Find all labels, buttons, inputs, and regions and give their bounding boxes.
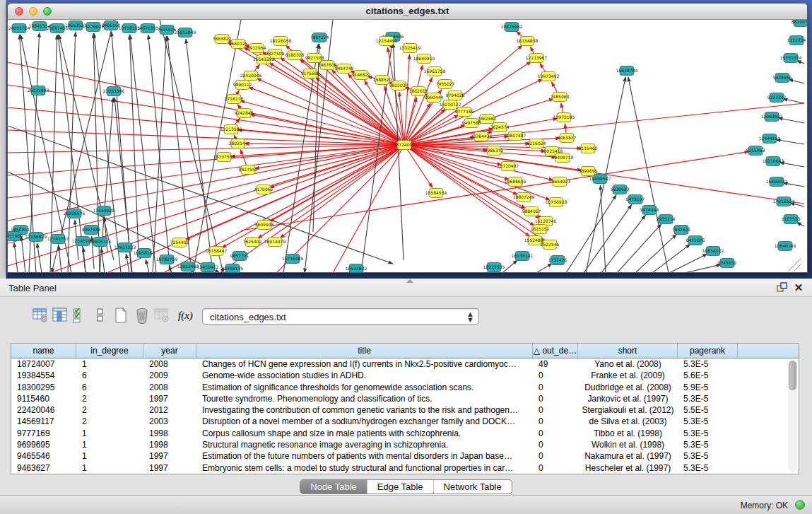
graph-node[interactable]: 7485063 [551,93,570,102]
graph-node[interactable]: 19495718 [552,153,574,163]
graph-node[interactable]: 8990444 [425,93,444,103]
graph-node[interactable]: 16758447 [206,247,228,256]
graph-node[interactable]: 9115460 [579,144,598,153]
graph-node[interactable]: 8466160 [102,21,121,30]
resize-grip-icon[interactable] [794,264,801,271]
graph-node[interactable]: 7625402 [243,238,262,247]
graph-node[interactable]: 1733426 [548,256,567,265]
select-columns-icon[interactable] [51,305,69,327]
resize-grip-icon[interactable] [788,259,801,271]
graph-node[interactable]: 18640910 [413,54,435,64]
graph-node[interactable]: 19654923 [549,177,571,187]
graph-node[interactable]: 10756928 [546,198,567,207]
graph-node[interactable]: 1112734 [787,36,806,45]
graph-node[interactable]: 6479197 [626,195,645,204]
column-header-2[interactable]: year [143,344,196,358]
table-row[interactable]: 977716911998Corpus callosum shape and si… [11,428,799,439]
graph-node[interactable]: 15692021 [766,177,788,187]
graph-node[interactable]: 16914479 [264,238,286,247]
graph-node[interactable]: 2718176 [225,95,244,104]
graph-node[interactable]: 16210643 [763,157,784,166]
graph-node[interactable]: 8186328 [286,51,305,60]
table-row[interactable]: 946554611997Estimation of the future num… [11,450,799,462]
column-header-4[interactable]: △ out_de… [533,344,578,358]
float-panel-icon[interactable] [775,281,788,294]
graph-node[interactable]: 9097588 [82,226,101,235]
graph-node[interactable]: 2967608 [318,61,337,70]
graph-node[interactable]: 10654112 [702,247,724,256]
network-selector[interactable]: citations_edges.txt ▲▼ [202,308,479,325]
column-header-1[interactable]: in_degree [76,344,143,358]
graph-node[interactable]: 20364436 [471,132,493,141]
graph-node[interactable]: 20358135 [222,264,244,274]
tab-edge-table[interactable]: Edge Table [367,480,434,493]
column-header-5[interactable]: short [578,344,678,358]
delete-column-trash-icon[interactable] [133,305,151,327]
graph-node[interactable]: 6216024 [527,139,546,148]
graph-node[interactable]: 7515526 [158,25,177,35]
graph-node[interactable]: 7986372 [485,146,504,156]
graph-node[interactable]: 4170062 [254,185,273,194]
graph-node[interactable]: 8813074 [792,20,807,27]
graph-node[interactable]: 18227835 [483,263,505,272]
graph-node[interactable]: 2803144 [229,139,248,148]
graph-node[interactable]: 12444151 [759,134,781,144]
scrollbar-thumb[interactable] [789,361,796,390]
graph-node[interactable]: 16648784 [616,66,638,76]
graph-node[interactable]: 9794028 [446,91,465,100]
graph-node[interactable]: 15584554 [425,189,447,198]
graph-node[interactable]: 5938923 [611,185,630,194]
graph-node[interactable]: 9777169 [455,107,474,117]
table-row[interactable]: 1830029562008Estimation of significance … [11,382,799,393]
graph-node[interactable]: 8454749 [335,64,354,74]
graph-node[interactable]: 9146821 [352,71,371,80]
graph-node[interactable]: 12213589 [220,125,242,134]
graph-node[interactable]: 10840149 [775,242,796,251]
graph-node[interactable]: 9822037 [389,81,408,90]
graph-node[interactable]: 18107553 [213,153,235,162]
graph-node[interactable]: 1615152 [531,225,550,234]
graph-node[interactable]: 12093832 [761,112,783,122]
network-canvas[interactable]: 2405572418841314206914061065352715276021… [8,20,807,273]
graph-node[interactable]: 9474444 [640,206,659,215]
graph-node[interactable]: 7254402 [170,238,189,247]
graph-node[interactable]: 9463627 [558,134,577,143]
graph-node[interactable]: 16522832 [346,264,367,274]
table-row[interactable]: 969969511998Structural magnetic resonanc… [11,439,799,450]
graph-node[interactable]: 5175685 [301,69,320,78]
graph-node[interactable]: 3315969 [8,232,23,241]
graph-node[interactable]: 8471676 [686,236,705,245]
table-row[interactable]: 1456911722003Disruption of a novel membe… [11,416,799,427]
graph-node[interactable]: 9890112 [233,81,252,90]
graph-node[interactable]: 16543392 [253,55,275,64]
graph-node[interactable]: 3624574 [490,123,510,132]
graph-node[interactable]: 18226058 [270,37,292,46]
table-row[interactable]: 1872400712008Changes of HCN gene express… [11,358,799,370]
close-panel-icon[interactable]: ✕ [792,281,805,294]
graph-node[interactable]: 9329966 [773,74,792,83]
function-builder-icon[interactable]: f(x) [178,305,202,327]
graph-node[interactable]: 9242848 [235,109,254,118]
graph-node[interactable]: 9660125 [229,40,248,49]
graph-node[interactable]: 16136141 [512,252,534,261]
graph-node[interactable]: 10807487 [505,132,526,141]
vertical-scrollbar[interactable] [788,361,797,472]
graph-node[interactable]: 6497568 [462,119,481,128]
graph-node[interactable]: 7957224 [310,33,329,42]
graph-node[interactable]: 16958167 [134,249,155,258]
graph-node[interactable]: 1167533 [782,215,801,224]
graph-node[interactable]: 21813049 [175,28,196,37]
graph-node[interactable]: 18807249 [513,193,535,202]
graph-node[interactable]: 9227342 [767,93,787,103]
table-row[interactable]: 946362711997Embryonic stem cells: a mode… [11,462,799,474]
graph-node[interactable]: 12213967 [526,54,548,63]
graph-node[interactable]: 12142757 [47,235,69,244]
graph-node[interactable]: 12923468 [177,262,199,271]
graph-node[interactable]: 12505135 [90,238,112,247]
table-settings-icon[interactable] [31,305,49,327]
graph-node[interactable]: 9857791 [230,252,249,261]
graph-node[interactable]: 12254493 [376,37,398,46]
graph-node[interactable]: 8215953 [746,146,765,156]
row-height-icon[interactable] [90,305,109,327]
graph-node[interactable]: 20206576 [64,209,86,218]
